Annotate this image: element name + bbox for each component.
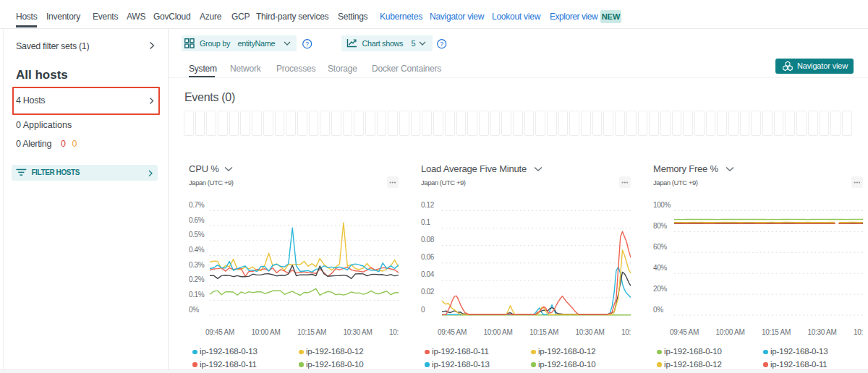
svg-text:80%: 80%	[653, 222, 667, 230]
svg-text:09:45 AM: 09:45 AM	[438, 328, 467, 336]
svg-text:0: 0	[421, 306, 425, 314]
svg-text:10:45 AM: 10:45 AM	[621, 328, 631, 336]
svg-text:0.08: 0.08	[421, 236, 435, 244]
svg-text:40%: 40%	[653, 264, 667, 272]
svg-text:0.6%: 0.6%	[189, 216, 205, 224]
svg-text:0.3%: 0.3%	[189, 261, 205, 269]
svg-text:100%: 100%	[653, 201, 671, 209]
svg-text:10:45 AM: 10:45 AM	[854, 328, 863, 336]
svg-text:60%: 60%	[653, 243, 667, 251]
svg-text:09:45 AM: 09:45 AM	[205, 328, 234, 336]
svg-text:10:15 AM: 10:15 AM	[529, 328, 558, 336]
svg-text:0.02: 0.02	[421, 288, 435, 296]
svg-text:?: ?	[440, 40, 443, 48]
svg-text:10:30 AM: 10:30 AM	[576, 328, 605, 336]
svg-text:10:00 AM: 10:00 AM	[484, 328, 513, 336]
svg-text:20%: 20%	[653, 285, 667, 293]
svg-text:10:15 AM: 10:15 AM	[762, 328, 791, 336]
svg-text:?: ?	[305, 40, 309, 48]
svg-text:0%: 0%	[653, 306, 663, 314]
svg-text:10:30 AM: 10:30 AM	[344, 328, 373, 336]
svg-text:10:30 AM: 10:30 AM	[808, 328, 837, 336]
svg-text:09:45 AM: 09:45 AM	[670, 328, 699, 336]
svg-text:0.06: 0.06	[421, 253, 435, 261]
svg-text:10:15 AM: 10:15 AM	[297, 328, 326, 336]
svg-text:0.5%: 0.5%	[189, 231, 205, 239]
svg-text:10:00 AM: 10:00 AM	[252, 328, 281, 336]
svg-text:0%: 0%	[189, 306, 199, 314]
svg-text:10:00 AM: 10:00 AM	[716, 328, 745, 336]
svg-text:0.7%: 0.7%	[189, 201, 205, 209]
svg-text:0.1%: 0.1%	[189, 291, 205, 299]
svg-text:0.2%: 0.2%	[189, 275, 205, 283]
svg-text:0.04: 0.04	[421, 270, 435, 278]
svg-text:0.4%: 0.4%	[189, 246, 205, 254]
svg-text:0.12: 0.12	[421, 201, 435, 209]
svg-text:0.1: 0.1	[421, 218, 431, 226]
svg-text:10:45 AM: 10:45 AM	[389, 328, 399, 336]
